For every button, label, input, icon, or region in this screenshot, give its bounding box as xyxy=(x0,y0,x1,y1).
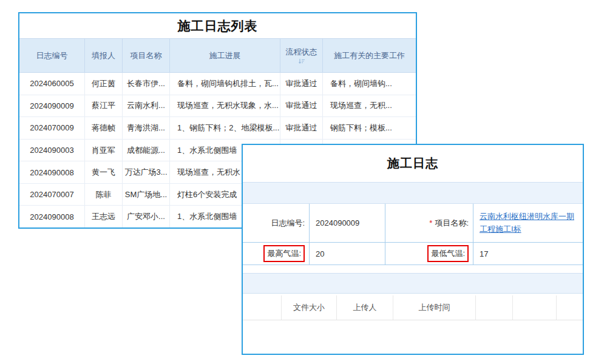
max-temp-label: 最高气温: xyxy=(267,249,301,258)
column-header-reporter: 填报人 xyxy=(85,39,123,72)
column-header-log-no: 日志编号 xyxy=(19,39,85,72)
attachment-col-blank-4 xyxy=(557,295,583,320)
project-name-label-text: 项目名称: xyxy=(435,218,469,229)
max-temp-label-cell: 最高气温: xyxy=(243,243,310,265)
min-temp-label: 最低气温: xyxy=(431,249,465,258)
reporter-link[interactable]: 王志远 xyxy=(85,206,123,228)
attachment-col-file-size: 文件大小 xyxy=(282,295,337,320)
required-asterisk: * xyxy=(429,218,432,228)
project-link[interactable]: 成都能源... xyxy=(123,140,170,161)
log-no-link[interactable]: 2024090003 xyxy=(19,140,85,161)
attachment-col-uploader: 上传人 xyxy=(337,295,393,320)
reporter-link[interactable]: 蔡江平 xyxy=(85,95,123,117)
project-link[interactable]: 云南水利... xyxy=(123,95,170,117)
attachment-col-blank-3 xyxy=(513,295,557,320)
log-no-link[interactable]: 2024090009 xyxy=(19,95,85,117)
project-name-cell: 云南水利枢纽潜明水库一期工程施工I标 xyxy=(473,204,583,242)
section-band-attachments xyxy=(243,273,583,294)
project-link[interactable]: 广安邓小... xyxy=(123,206,170,228)
main-work-text: 备料，砌间墙钩... xyxy=(323,73,416,95)
main-work-text: 现场巡查，无积... xyxy=(323,95,416,117)
min-temp-value: 17 xyxy=(473,243,583,265)
column-header-main-work: 施工有关的主要工作 xyxy=(323,39,416,72)
field-row-temperature: 最高气温: 20 最低气温: 17 xyxy=(243,243,583,265)
progress-text: 现场巡查，无积水现象，水... xyxy=(170,95,280,117)
max-temp-annotation-box: 最高气温: xyxy=(263,245,305,262)
main-work-text: 钢筋下料；模板... xyxy=(323,117,416,139)
log-no-link[interactable]: 2024090008 xyxy=(19,161,85,183)
attachment-table-header: 文件大小 上传人 上传时间 xyxy=(243,295,583,320)
log-no-link[interactable]: 2024070009 xyxy=(19,117,85,139)
project-link[interactable]: SM广场地... xyxy=(123,184,170,206)
column-header-project: 项目名称 xyxy=(123,39,170,72)
status-badge: 审批通过 xyxy=(280,117,323,139)
project-link[interactable]: 万达广场3... xyxy=(123,161,170,183)
table-row[interactable]: 2024090009 蔡江平 云南水利... 现场巡查，无积水现象，水... 审… xyxy=(19,95,416,118)
max-temp-value: 20 xyxy=(310,243,385,265)
min-temp-annotation-box: 最低气温: xyxy=(427,245,469,262)
page: 施工日志列表 日志编号 填报人 项目名称 施工进展 流程状态 施工有关的主要工作… xyxy=(0,0,607,364)
status-badge: 审批通过 xyxy=(280,95,323,117)
list-table-header: 日志编号 填报人 项目名称 施工进展 流程状态 施工有关的主要工作 xyxy=(19,38,416,73)
sort-icon[interactable] xyxy=(298,58,305,64)
progress-text: 1、钢筋下料；2、地梁模板... xyxy=(170,117,280,139)
project-name-link[interactable]: 云南水利枢纽潜明水库一期工程施工I标 xyxy=(473,207,583,238)
detail-panel-title: 施工日志 xyxy=(243,145,583,182)
attachment-table-empty-area xyxy=(243,320,583,354)
reporter-link[interactable]: 肖亚军 xyxy=(85,140,123,161)
attachment-col-blank-2 xyxy=(476,295,513,320)
reporter-link[interactable]: 黄一飞 xyxy=(85,161,123,183)
log-no-link[interactable]: 2024060005 xyxy=(19,73,85,95)
attachment-col-upload-time: 上传时间 xyxy=(393,295,476,320)
log-no-link[interactable]: 2024090008 xyxy=(19,206,85,228)
list-panel-title: 施工日志列表 xyxy=(19,13,416,38)
project-link[interactable]: 青海洪湖... xyxy=(123,117,170,139)
log-no-value: 2024090009 xyxy=(310,204,385,242)
section-band-top xyxy=(243,182,583,204)
log-no-label: 日志编号: xyxy=(243,204,310,242)
column-header-progress: 施工进展 xyxy=(170,39,280,72)
log-no-link[interactable]: 2024070007 xyxy=(19,184,85,206)
reporter-link[interactable]: 何正茵 xyxy=(85,73,123,95)
table-row[interactable]: 2024060005 何正茵 长春市伊... 备料，砌间墙钩机排土，瓦... 审… xyxy=(19,73,416,95)
column-header-status-label: 流程状态 xyxy=(286,47,317,58)
table-row[interactable]: 2024070009 蒋德帧 青海洪湖... 1、钢筋下料；2、地梁模板... … xyxy=(19,117,416,140)
field-row-log-project: 日志编号: 2024090009 * 项目名称: 云南水利枢纽潜明水库一期工程施… xyxy=(243,204,583,243)
project-name-label: * 项目名称: xyxy=(385,204,473,242)
progress-text: 备料，砌间墙钩机排土，瓦... xyxy=(170,73,280,95)
reporter-link[interactable]: 陈菲 xyxy=(85,184,123,206)
column-header-status[interactable]: 流程状态 xyxy=(280,39,323,72)
project-link[interactable]: 长春市伊... xyxy=(123,73,170,95)
status-badge: 审批通过 xyxy=(280,73,323,95)
attachment-col-blank-1 xyxy=(243,295,282,320)
reporter-link[interactable]: 蒋德帧 xyxy=(85,117,123,139)
min-temp-label-cell: 最低气温: xyxy=(385,243,473,265)
construction-log-detail-panel: 施工日志 日志编号: 2024090009 * 项目名称: 云南水利枢纽潜明水库… xyxy=(242,144,584,355)
